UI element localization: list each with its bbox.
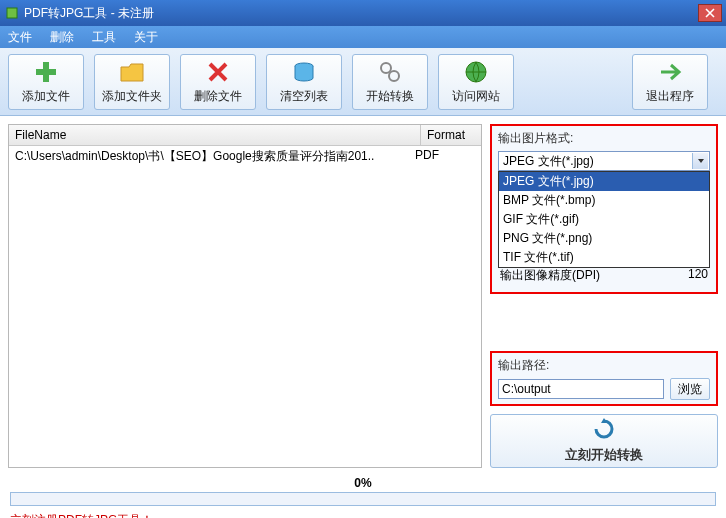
- table-row[interactable]: C:\Users\admin\Desktop\书\【SEO】Google搜索质量…: [9, 146, 481, 167]
- visit-site-button[interactable]: 访问网站: [438, 54, 514, 110]
- menubar: 文件 删除 工具 关于: [0, 26, 726, 48]
- output-path-input[interactable]: [498, 379, 664, 399]
- progress-area: 0%: [0, 476, 726, 506]
- output-format-panel: 输出图片格式: JPEG 文件(*.jpg) JPEG 文件(*.jpg) BM…: [490, 124, 718, 294]
- exit-label: 退出程序: [646, 88, 694, 105]
- svg-point-4: [381, 63, 391, 73]
- format-option[interactable]: JPEG 文件(*.jpg): [499, 172, 709, 191]
- menu-about[interactable]: 关于: [134, 29, 158, 46]
- format-selected: JPEG 文件(*.jpg): [503, 153, 594, 170]
- clear-list-button[interactable]: 清空列表: [266, 54, 342, 110]
- chevron-down-icon: [692, 153, 708, 169]
- delete-file-label: 删除文件: [194, 88, 242, 105]
- svg-rect-2: [36, 69, 56, 75]
- add-folder-label: 添加文件夹: [102, 88, 162, 105]
- delete-icon: [204, 58, 232, 86]
- output-path-panel: 输出路径: 浏览: [490, 351, 718, 406]
- globe-icon: [462, 58, 490, 86]
- format-option[interactable]: BMP 文件(*.bmp): [499, 191, 709, 210]
- format-option[interactable]: PNG 文件(*.png): [499, 229, 709, 248]
- menu-file[interactable]: 文件: [8, 29, 32, 46]
- format-dropdown: JPEG 文件(*.jpg) BMP 文件(*.bmp) GIF 文件(*.gi…: [498, 171, 710, 268]
- menu-delete[interactable]: 删除: [50, 29, 74, 46]
- add-file-button[interactable]: 添加文件: [8, 54, 84, 110]
- clear-list-label: 清空列表: [280, 88, 328, 105]
- delete-file-button[interactable]: 删除文件: [180, 54, 256, 110]
- clear-icon: [290, 58, 318, 86]
- add-folder-button[interactable]: 添加文件夹: [94, 54, 170, 110]
- progress-percent: 0%: [10, 476, 716, 490]
- plus-icon: [32, 58, 60, 86]
- output-format-label: 输出图片格式:: [498, 130, 710, 147]
- col-format[interactable]: Format: [421, 125, 481, 145]
- svg-rect-0: [7, 8, 17, 18]
- titlebar: PDF转JPG工具 - 未注册: [0, 0, 726, 26]
- window-title: PDF转JPG工具 - 未注册: [24, 5, 698, 22]
- output-path-label: 输出路径:: [498, 357, 710, 374]
- col-filename[interactable]: FileName: [9, 125, 421, 145]
- start-now-label: 立刻开始转换: [565, 446, 643, 464]
- close-button[interactable]: [698, 4, 722, 22]
- exit-button[interactable]: 退出程序: [632, 54, 708, 110]
- cell-filename: C:\Users\admin\Desktop\书\【SEO】Google搜索质量…: [15, 148, 415, 165]
- start-now-button[interactable]: 立刻开始转换: [490, 414, 718, 468]
- start-convert-label: 开始转换: [366, 88, 414, 105]
- gears-icon: [376, 58, 404, 86]
- format-select[interactable]: JPEG 文件(*.jpg): [498, 151, 710, 171]
- cell-format: PDF: [415, 148, 475, 165]
- register-link[interactable]: 立刻注册PDF转JPG工具！: [0, 506, 726, 518]
- format-option[interactable]: GIF 文件(*.gif): [499, 210, 709, 229]
- svg-point-5: [389, 71, 399, 81]
- add-file-label: 添加文件: [22, 88, 70, 105]
- browse-button[interactable]: 浏览: [670, 378, 710, 400]
- start-convert-button[interactable]: 开始转换: [352, 54, 428, 110]
- exit-icon: [656, 58, 684, 86]
- dpi-label: 输出图像精度(DPI): [500, 267, 600, 284]
- visit-site-label: 访问网站: [452, 88, 500, 105]
- progress-bar: [10, 492, 716, 506]
- dpi-value: 120: [688, 267, 708, 284]
- folder-icon: [118, 58, 146, 86]
- toolbar: 添加文件 添加文件夹 删除文件 清空列表 开始转换 访问网站 退出程序: [0, 48, 726, 116]
- format-option[interactable]: TIF 文件(*.tif): [499, 248, 709, 267]
- refresh-icon: [593, 418, 615, 443]
- app-icon: [4, 5, 20, 21]
- file-table: FileName Format C:\Users\admin\Desktop\书…: [8, 124, 482, 468]
- menu-tools[interactable]: 工具: [92, 29, 116, 46]
